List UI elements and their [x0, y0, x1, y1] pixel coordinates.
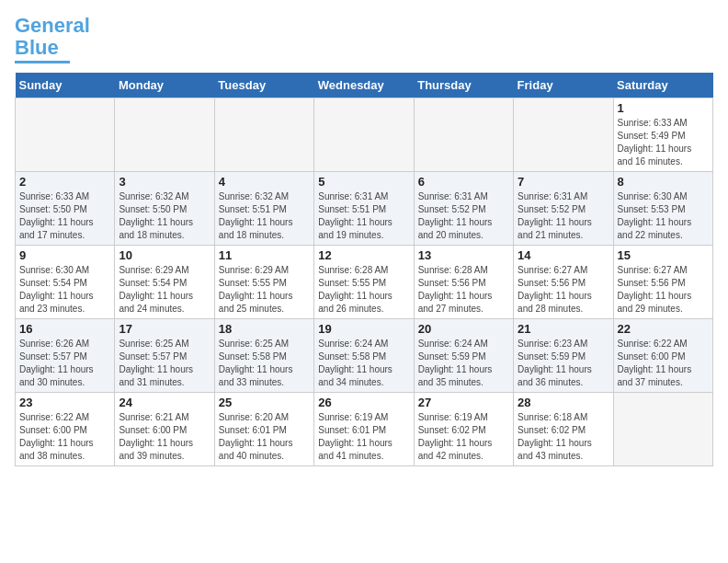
day-info: Sunrise: 6:33 AM Sunset: 5:50 PM Dayligh…	[19, 190, 110, 242]
day-number: 19	[318, 322, 409, 336]
day-info: Sunrise: 6:27 AM Sunset: 5:56 PM Dayligh…	[618, 264, 709, 316]
calendar-header-row: SundayMondayTuesdayWednesdayThursdayFrid…	[16, 73, 713, 98]
day-info: Sunrise: 6:24 AM Sunset: 5:59 PM Dayligh…	[418, 338, 509, 389]
weekday-header-saturday: Saturday	[613, 73, 712, 98]
day-number: 17	[119, 322, 210, 336]
calendar-day-22: 22Sunrise: 6:22 AM Sunset: 6:00 PM Dayli…	[613, 319, 712, 393]
day-number: 18	[219, 322, 310, 336]
day-number: 13	[418, 248, 509, 262]
calendar-day-26: 26Sunrise: 6:19 AM Sunset: 6:01 PM Dayli…	[314, 393, 414, 466]
calendar-empty-cell	[16, 98, 115, 172]
day-info: Sunrise: 6:31 AM Sunset: 5:52 PM Dayligh…	[518, 190, 609, 242]
weekday-header-friday: Friday	[514, 73, 613, 98]
day-info: Sunrise: 6:30 AM Sunset: 5:54 PM Dayligh…	[19, 264, 110, 316]
calendar-day-8: 8Sunrise: 6:30 AM Sunset: 5:53 PM Daylig…	[613, 172, 712, 246]
day-info: Sunrise: 6:22 AM Sunset: 6:00 PM Dayligh…	[618, 338, 709, 389]
calendar-day-6: 6Sunrise: 6:31 AM Sunset: 5:52 PM Daylig…	[414, 172, 513, 246]
day-number: 8	[618, 175, 709, 189]
logo-text: General Blue	[15, 15, 90, 59]
weekday-header-tuesday: Tuesday	[214, 73, 313, 98]
calendar-day-13: 13Sunrise: 6:28 AM Sunset: 5:56 PM Dayli…	[414, 246, 513, 319]
calendar-day-10: 10Sunrise: 6:29 AM Sunset: 5:54 PM Dayli…	[115, 246, 214, 319]
calendar-day-21: 21Sunrise: 6:23 AM Sunset: 5:59 PM Dayli…	[514, 319, 613, 393]
weekday-header-thursday: Thursday	[414, 73, 513, 98]
day-number: 5	[318, 175, 409, 189]
calendar-day-23: 23Sunrise: 6:22 AM Sunset: 6:00 PM Dayli…	[16, 393, 115, 466]
day-number: 7	[518, 175, 609, 189]
calendar-week-row: 1Sunrise: 6:33 AM Sunset: 5:49 PM Daylig…	[16, 98, 713, 172]
day-info: Sunrise: 6:18 AM Sunset: 6:02 PM Dayligh…	[518, 411, 609, 463]
day-number: 10	[119, 248, 210, 262]
day-number: 15	[618, 248, 709, 262]
calendar-day-27: 27Sunrise: 6:19 AM Sunset: 6:02 PM Dayli…	[414, 393, 513, 466]
day-info: Sunrise: 6:19 AM Sunset: 6:01 PM Dayligh…	[318, 411, 409, 463]
calendar-day-16: 16Sunrise: 6:26 AM Sunset: 5:57 PM Dayli…	[16, 319, 115, 393]
calendar-day-18: 18Sunrise: 6:25 AM Sunset: 5:58 PM Dayli…	[214, 319, 313, 393]
day-number: 22	[618, 322, 709, 336]
calendar-day-2: 2Sunrise: 6:33 AM Sunset: 5:50 PM Daylig…	[16, 172, 115, 246]
logo-general: General	[15, 14, 90, 37]
day-info: Sunrise: 6:31 AM Sunset: 5:52 PM Dayligh…	[418, 190, 509, 242]
day-number: 24	[119, 396, 210, 409]
day-number: 26	[318, 396, 409, 409]
calendar-empty-cell	[613, 393, 712, 466]
calendar-day-1: 1Sunrise: 6:33 AM Sunset: 5:49 PM Daylig…	[613, 98, 712, 172]
calendar-day-28: 28Sunrise: 6:18 AM Sunset: 6:02 PM Dayli…	[514, 393, 613, 466]
calendar-empty-cell	[115, 98, 214, 172]
day-number: 3	[119, 175, 210, 189]
calendar-day-5: 5Sunrise: 6:31 AM Sunset: 5:51 PM Daylig…	[314, 172, 414, 246]
calendar-day-24: 24Sunrise: 6:21 AM Sunset: 6:00 PM Dayli…	[115, 393, 214, 466]
day-number: 14	[518, 248, 609, 262]
calendar-empty-cell	[514, 98, 613, 172]
day-info: Sunrise: 6:27 AM Sunset: 5:56 PM Dayligh…	[518, 264, 609, 316]
day-info: Sunrise: 6:19 AM Sunset: 6:02 PM Dayligh…	[418, 411, 509, 463]
day-info: Sunrise: 6:29 AM Sunset: 5:54 PM Dayligh…	[119, 264, 210, 316]
calendar-day-7: 7Sunrise: 6:31 AM Sunset: 5:52 PM Daylig…	[514, 172, 613, 246]
weekday-header-wednesday: Wednesday	[314, 73, 414, 98]
calendar-empty-cell	[214, 98, 313, 172]
day-number: 2	[19, 175, 110, 189]
day-info: Sunrise: 6:21 AM Sunset: 6:00 PM Dayligh…	[119, 411, 210, 463]
calendar-day-11: 11Sunrise: 6:29 AM Sunset: 5:55 PM Dayli…	[214, 246, 313, 319]
day-number: 20	[418, 322, 509, 336]
calendar-week-row: 9Sunrise: 6:30 AM Sunset: 5:54 PM Daylig…	[16, 246, 713, 319]
calendar-day-4: 4Sunrise: 6:32 AM Sunset: 5:51 PM Daylig…	[214, 172, 313, 246]
calendar-empty-cell	[414, 98, 513, 172]
calendar-table: SundayMondayTuesdayWednesdayThursdayFrid…	[15, 73, 713, 466]
logo: General Blue	[15, 15, 90, 63]
day-number: 11	[219, 248, 310, 262]
day-number: 12	[318, 248, 409, 262]
calendar-day-17: 17Sunrise: 6:25 AM Sunset: 5:57 PM Dayli…	[115, 319, 214, 393]
weekday-header-sunday: Sunday	[16, 73, 115, 98]
calendar-day-20: 20Sunrise: 6:24 AM Sunset: 5:59 PM Dayli…	[414, 319, 513, 393]
day-number: 23	[19, 396, 110, 409]
calendar-empty-cell	[314, 98, 414, 172]
calendar-week-row: 16Sunrise: 6:26 AM Sunset: 5:57 PM Dayli…	[16, 319, 713, 393]
day-number: 25	[219, 396, 310, 409]
day-info: Sunrise: 6:32 AM Sunset: 5:50 PM Dayligh…	[119, 190, 210, 242]
day-number: 1	[618, 101, 709, 115]
day-number: 6	[418, 175, 509, 189]
day-info: Sunrise: 6:26 AM Sunset: 5:57 PM Dayligh…	[19, 338, 110, 389]
day-number: 28	[518, 396, 609, 409]
day-info: Sunrise: 6:22 AM Sunset: 6:00 PM Dayligh…	[19, 411, 110, 463]
calendar-week-row: 23Sunrise: 6:22 AM Sunset: 6:00 PM Dayli…	[16, 393, 713, 466]
day-info: Sunrise: 6:28 AM Sunset: 5:56 PM Dayligh…	[418, 264, 509, 316]
calendar-day-12: 12Sunrise: 6:28 AM Sunset: 5:55 PM Dayli…	[314, 246, 414, 319]
page-header: General Blue	[15, 15, 713, 63]
day-info: Sunrise: 6:25 AM Sunset: 5:58 PM Dayligh…	[219, 338, 310, 389]
day-info: Sunrise: 6:33 AM Sunset: 5:49 PM Dayligh…	[618, 117, 709, 168]
day-info: Sunrise: 6:31 AM Sunset: 5:51 PM Dayligh…	[318, 190, 409, 242]
day-info: Sunrise: 6:28 AM Sunset: 5:55 PM Dayligh…	[318, 264, 409, 316]
day-info: Sunrise: 6:23 AM Sunset: 5:59 PM Dayligh…	[518, 338, 609, 389]
day-info: Sunrise: 6:29 AM Sunset: 5:55 PM Dayligh…	[219, 264, 310, 316]
weekday-header-monday: Monday	[115, 73, 214, 98]
day-info: Sunrise: 6:20 AM Sunset: 6:01 PM Dayligh…	[219, 411, 310, 463]
calendar-day-9: 9Sunrise: 6:30 AM Sunset: 5:54 PM Daylig…	[16, 246, 115, 319]
day-number: 4	[219, 175, 310, 189]
day-info: Sunrise: 6:24 AM Sunset: 5:58 PM Dayligh…	[318, 338, 409, 389]
day-number: 21	[518, 322, 609, 336]
calendar-day-3: 3Sunrise: 6:32 AM Sunset: 5:50 PM Daylig…	[115, 172, 214, 246]
calendar-day-15: 15Sunrise: 6:27 AM Sunset: 5:56 PM Dayli…	[613, 246, 712, 319]
calendar-day-25: 25Sunrise: 6:20 AM Sunset: 6:01 PM Dayli…	[214, 393, 313, 466]
